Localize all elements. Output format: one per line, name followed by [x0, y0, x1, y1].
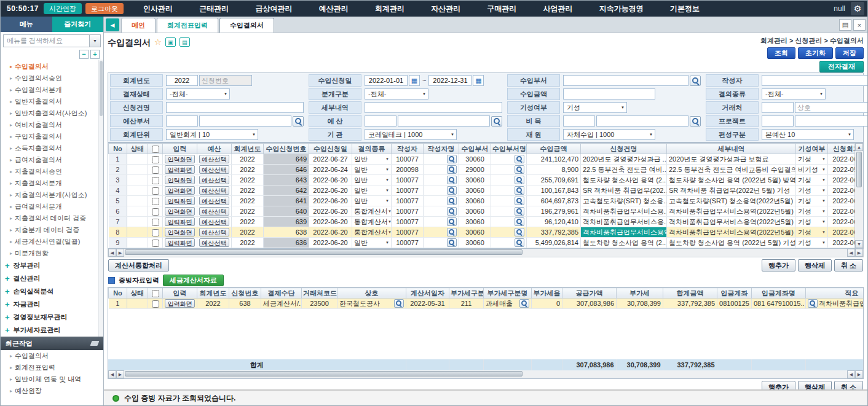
sidebar-menu-item[interactable]: ▸급여결의서분개: [1, 201, 98, 213]
row-checkbox[interactable]: [152, 229, 159, 236]
date-from-input[interactable]: [365, 75, 408, 86]
search-icon[interactable]: [515, 207, 524, 216]
row-checkbox[interactable]: [152, 240, 159, 247]
settings-gear-button[interactable]: ⚙: [851, 2, 864, 15]
cell-select-dtype[interactable]: 일반▼: [354, 197, 389, 206]
acct-unit-select[interactable]: 일반회계 | 10▼: [166, 129, 258, 140]
column-header-vatrate[interactable]: 부가세율: [532, 288, 562, 299]
grid-row[interactable]: 2입력화면예산선택20226462022-06-24일반▼20009829000…: [109, 165, 864, 175]
cell-button-budgetBtn[interactable]: 예산선택: [199, 155, 229, 163]
column-header-vat[interactable]: 부가세: [617, 288, 663, 299]
cell-select-gisung[interactable]: 기성▼: [798, 217, 826, 227]
tab-메인[interactable]: 메인: [121, 18, 156, 33]
recent-item[interactable]: ▸수입결의서: [1, 350, 103, 362]
column-header-budgetBtn[interactable]: 예산: [197, 144, 232, 154]
new-window-icon[interactable]: ▣: [165, 37, 176, 47]
topbar-menu-item[interactable]: 회계관리: [375, 4, 404, 14]
search-icon[interactable]: [515, 155, 524, 163]
column-header-amount[interactable]: 수입금액: [527, 144, 581, 154]
project-name-input[interactable]: [795, 115, 867, 127]
sidebar-menu-item[interactable]: ▸수입결의서분개: [1, 84, 98, 96]
column-header-vatcode[interactable]: 부가세구분: [449, 288, 484, 299]
column-header-year[interactable]: 회계년도: [197, 288, 229, 299]
request-no-field[interactable]: 신청번호: [199, 75, 252, 86]
org-type-select[interactable]: 본예산 10▼: [762, 129, 854, 140]
vendor-name-field[interactable]: 상호: [795, 102, 867, 113]
column-header-chk[interactable]: [148, 288, 163, 299]
cell-button-budgetBtn[interactable]: 예산선택: [199, 207, 229, 216]
query-button[interactable]: 조회: [767, 47, 795, 59]
scroll-down-icon[interactable]: ▼: [855, 240, 863, 248]
select-all-checkbox[interactable]: [152, 290, 159, 297]
writer-input[interactable]: [762, 75, 867, 86]
tab-회계전표입력[interactable]: 회계전표입력: [157, 18, 218, 33]
scroll-right-icon[interactable]: ▶: [116, 370, 124, 378]
search-icon[interactable]: [447, 176, 457, 184]
search-icon[interactable]: [515, 217, 524, 226]
column-header-reqno[interactable]: 신청번호: [229, 288, 261, 299]
cell-button-budgetBtn[interactable]: 예산선택: [199, 238, 229, 247]
sidebar-menu-item[interactable]: ▸지출결의서분개(사업소): [1, 189, 98, 201]
cell-select-dtype[interactable]: 일반▼: [354, 176, 389, 185]
column-header-no[interactable]: No: [109, 288, 127, 299]
topbar-menu-item[interactable]: 인사관리: [143, 4, 173, 14]
search-icon[interactable]: [447, 217, 457, 226]
request-title-input[interactable]: [166, 102, 304, 113]
cell-button-budgetBtn[interactable]: 예산선택: [199, 176, 229, 184]
cell-select-dtype[interactable]: 일반▼: [354, 238, 389, 248]
search-icon[interactable]: [491, 116, 502, 127]
column-header-chk[interactable]: [148, 144, 163, 154]
column-header-gisung[interactable]: 기성여부: [796, 144, 828, 154]
cell-button-inputBtn[interactable]: 입력화면: [165, 176, 195, 184]
cell-select-dtype[interactable]: 일반▼: [354, 165, 389, 174]
sidebar-menu-item[interactable]: ▸지출결의서승인: [1, 166, 98, 178]
approval-state-select[interactable]: -전체-▼: [166, 88, 230, 100]
scroll-right-icon[interactable]: ▶: [116, 249, 124, 257]
tab-menu-icon[interactable]: ▤: [839, 19, 851, 31]
expand-all-button[interactable]: +: [90, 50, 100, 59]
row-checkbox[interactable]: [152, 156, 159, 163]
cell-button-budgetBtn[interactable]: 예산선택: [199, 217, 229, 226]
cell-button-inputBtn[interactable]: 입력화면: [165, 165, 195, 174]
budget-dept-name-input[interactable]: [199, 115, 291, 127]
column-header-no[interactable]: No: [109, 144, 127, 154]
sidebar-scrollbar[interactable]: [98, 60, 103, 337]
sidebar-menu-item[interactable]: ▸일반지출결의서: [1, 96, 98, 107]
cell-select-dtype[interactable]: 통합계산서▼: [354, 207, 389, 216]
column-header-vcode[interactable]: 거래처코드: [302, 288, 337, 299]
grid-row[interactable]: 1입력화면2022638세금계산서/..23500한국철도공사2022-05-3…: [109, 299, 864, 309]
cell-button-budgetBtn[interactable]: 예산선택: [199, 197, 229, 205]
column-header-detail[interactable]: 세부내역: [667, 144, 796, 154]
row-checkbox[interactable]: [152, 187, 159, 195]
cell-select-gisung[interactable]: 기성▼: [798, 207, 826, 216]
cell-button-budgetBtn[interactable]: 예산선택: [199, 165, 229, 174]
project-code-input[interactable]: [762, 115, 794, 127]
grid-row[interactable]: 1입력화면예산선택20226492022-06-27일반▼10007730060…: [109, 154, 864, 165]
detail-input[interactable]: [365, 102, 502, 113]
scroll-up-icon[interactable]: ▲: [855, 143, 863, 151]
scroll-left-icon[interactable]: ◀: [108, 370, 116, 378]
cell-button-budgetBtn[interactable]: 예산선택: [199, 228, 229, 236]
cell-button-inputBtn[interactable]: 입력화면: [165, 299, 195, 308]
cell-button-inputBtn[interactable]: 입력화면: [165, 155, 195, 163]
date-to-input[interactable]: [428, 75, 471, 86]
fiscal-year-input[interactable]: [166, 75, 198, 86]
electronic-approval-button[interactable]: 전자결재: [819, 61, 864, 72]
row-checkbox[interactable]: [152, 208, 159, 216]
sidebar-menu-item[interactable]: ▸지출결의서 데이터 검증: [1, 213, 98, 224]
cell-select-gisung[interactable]: 기성▼: [798, 228, 826, 237]
sidebar-menu-item[interactable]: ▸수입결의서승인: [1, 72, 98, 84]
cell-button-budgetBtn[interactable]: 예산선택: [199, 186, 229, 195]
column-header-vatname[interactable]: 부가세구분명: [484, 288, 532, 299]
calendar-icon[interactable]: ▦: [409, 75, 420, 86]
journal-type-select[interactable]: -전체-▼: [365, 88, 428, 100]
column-header-dept[interactable]: 수입부서: [459, 144, 491, 154]
sidebar-menu-item[interactable]: ▸지출분개 데이터 검증: [1, 224, 98, 236]
row-checkbox[interactable]: [152, 219, 159, 226]
column-header-inputBtn[interactable]: 입력: [163, 144, 197, 154]
cell-select-gisung[interactable]: 기성▼: [798, 186, 826, 195]
sidebar-tab-favorites[interactable]: 즐겨찾기: [52, 17, 104, 32]
grid-row[interactable]: 5입력화면예산선택20226412022-06-20일반▼10007730060…: [109, 196, 864, 206]
calendar-icon[interactable]: ▦: [473, 75, 484, 86]
horizontal-scrollbar[interactable]: ◀▶ ◀▶: [108, 370, 863, 378]
